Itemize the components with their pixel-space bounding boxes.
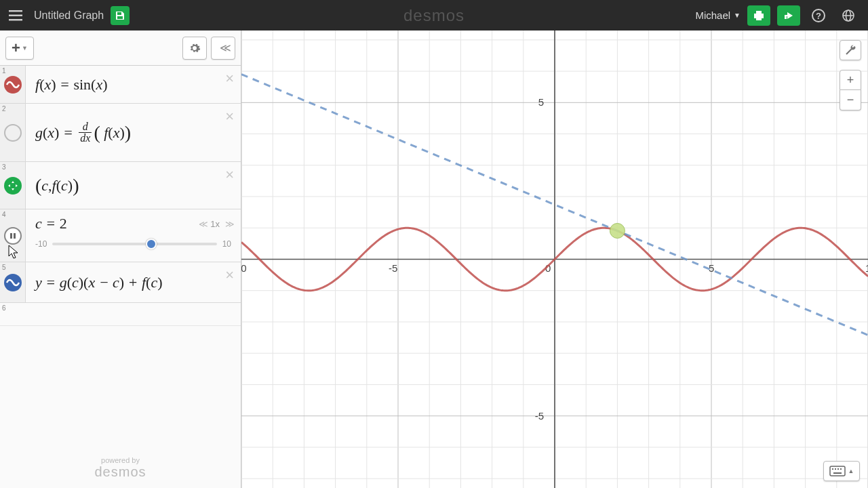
play-slider-button[interactable] xyxy=(4,227,22,245)
slider-step-fwd[interactable]: ≫ xyxy=(225,219,231,229)
svg-rect-0 xyxy=(9,10,22,12)
hamburger-icon xyxy=(9,10,22,21)
caret-down-icon: ▼ xyxy=(734,12,741,19)
svg-rect-4 xyxy=(117,16,123,19)
wrench-icon xyxy=(844,44,856,56)
row-number: 1 xyxy=(2,67,6,75)
save-button[interactable] xyxy=(111,6,130,25)
expression-row[interactable]: 3 (c,f(c)) × xyxy=(0,162,241,209)
print-button[interactable] xyxy=(747,5,770,26)
delete-row-button[interactable]: × xyxy=(225,166,234,184)
svg-rect-65 xyxy=(837,468,839,470)
svg-text:10: 10 xyxy=(865,262,868,274)
user-name: Michael xyxy=(695,9,730,21)
globe-icon xyxy=(842,9,855,22)
menu-button[interactable] xyxy=(0,0,31,30)
svg-rect-64 xyxy=(835,468,836,470)
expression-row[interactable]: 1 f(x) = sin(x) × xyxy=(0,66,241,104)
help-button[interactable]: ? xyxy=(807,5,830,26)
plot-svg: -10-55100-55 xyxy=(241,30,868,488)
expression-row[interactable]: 2 g(x) = ddx ( f(x)) × xyxy=(0,104,241,162)
expression-row[interactable]: 6 xyxy=(0,303,241,326)
slider-max[interactable]: 10 xyxy=(222,239,231,249)
svg-text:5: 5 xyxy=(538,96,544,108)
row-number: 5 xyxy=(2,264,6,271)
svg-rect-62 xyxy=(830,466,845,476)
zoom-out-button[interactable]: − xyxy=(840,90,861,110)
settings-button[interactable] xyxy=(182,37,207,60)
expression-input[interactable]: g(x) = ddx ( f(x)) xyxy=(26,104,241,161)
svg-rect-7 xyxy=(756,17,762,20)
expression-row[interactable]: 4 c = 2 ≪ 1x ≫ -10 xyxy=(0,209,241,262)
caret-up-icon: ▲ xyxy=(848,468,854,474)
sine-icon xyxy=(5,275,20,290)
sine-icon xyxy=(5,77,20,92)
svg-rect-3 xyxy=(117,12,121,15)
svg-text:-5: -5 xyxy=(389,262,397,274)
powered-by: powered by desmos xyxy=(0,456,241,488)
collapse-panel-button[interactable]: ≪ xyxy=(211,37,235,60)
visibility-toggle[interactable] xyxy=(4,274,22,291)
keyboard-icon xyxy=(829,466,846,476)
slider-track[interactable] xyxy=(52,243,216,245)
slider-expression[interactable]: c = 2 xyxy=(35,215,67,232)
plus-icon: + xyxy=(12,41,20,56)
svg-text:?: ? xyxy=(816,11,821,21)
expression-input[interactable]: (c,f(c)) xyxy=(26,162,241,209)
gear-icon xyxy=(189,42,201,54)
svg-rect-6 xyxy=(756,11,762,14)
svg-rect-66 xyxy=(840,468,842,470)
row-number: 6 xyxy=(2,304,6,312)
svg-rect-14 xyxy=(14,233,16,239)
delete-row-button[interactable]: × xyxy=(225,70,234,87)
svg-rect-63 xyxy=(832,468,833,470)
share-button[interactable] xyxy=(777,5,800,26)
keyboard-button[interactable]: ▲ xyxy=(823,461,860,481)
visibility-toggle[interactable] xyxy=(4,124,22,142)
expression-row[interactable]: 5 y = g(c)(x − c) + f(c) × xyxy=(0,262,241,303)
svg-rect-2 xyxy=(9,19,22,21)
svg-rect-13 xyxy=(10,233,12,239)
graph-title[interactable]: Untitled Graph xyxy=(31,9,111,22)
delete-row-button[interactable]: × xyxy=(225,266,234,284)
share-icon xyxy=(783,10,795,21)
graph-canvas[interactable]: -10-55100-55 + − ▲ xyxy=(241,30,868,488)
row-number: 3 xyxy=(2,163,6,171)
slider-min[interactable]: -10 xyxy=(35,239,47,249)
visibility-toggle[interactable] xyxy=(4,76,22,94)
language-button[interactable] xyxy=(837,5,860,26)
print-icon xyxy=(753,10,765,21)
brand-logo: desmos xyxy=(403,6,465,25)
slider-thumb[interactable] xyxy=(146,239,157,249)
row-number: 4 xyxy=(2,211,6,218)
svg-point-61 xyxy=(610,223,625,238)
zoom-in-button[interactable]: + xyxy=(840,70,861,90)
expression-panel: + ▼ ≪ 1 f(x) = sin(x) xyxy=(0,30,241,488)
svg-text:5: 5 xyxy=(709,262,714,274)
add-expression-button[interactable]: + ▼ xyxy=(5,37,34,60)
svg-rect-1 xyxy=(9,14,22,16)
graph-settings-button[interactable] xyxy=(840,40,861,60)
expression-input[interactable] xyxy=(26,303,241,325)
svg-text:-10: -10 xyxy=(241,262,247,274)
move-icon xyxy=(7,180,18,191)
visibility-toggle[interactable] xyxy=(4,177,22,195)
pause-icon xyxy=(9,232,16,239)
svg-text:-5: -5 xyxy=(535,410,544,422)
chevron-left-icon: ≪ xyxy=(220,41,227,54)
user-menu[interactable]: Michael ▼ xyxy=(695,9,741,21)
save-icon xyxy=(115,10,125,21)
row-number: 2 xyxy=(2,105,6,113)
slider-step-back[interactable]: ≪ xyxy=(199,219,205,229)
svg-rect-67 xyxy=(833,472,842,474)
slider-speed[interactable]: 1x xyxy=(210,219,220,229)
expression-input[interactable]: f(x) = sin(x) xyxy=(26,66,241,103)
delete-row-button[interactable]: × xyxy=(225,108,234,125)
caret-down-icon: ▼ xyxy=(22,45,28,52)
expression-input[interactable]: y = g(c)(x − c) + f(c) xyxy=(26,262,241,302)
help-icon: ? xyxy=(812,9,825,22)
